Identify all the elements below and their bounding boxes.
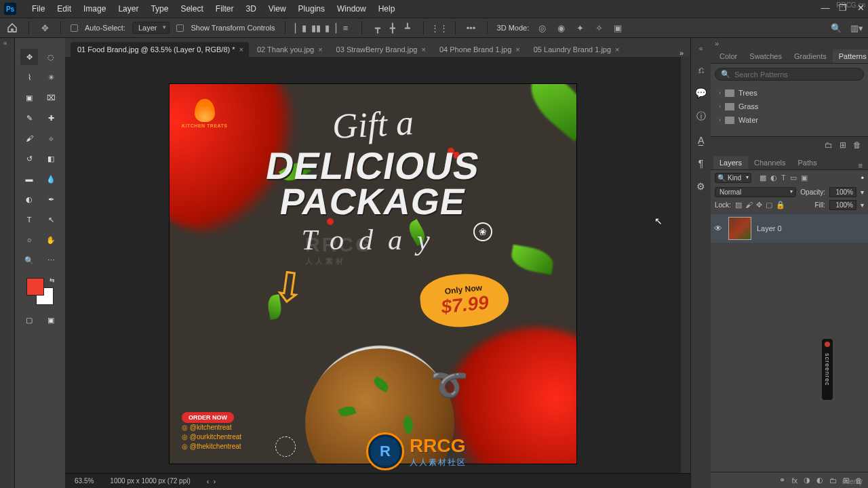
fill-field[interactable]: 100% [829,200,856,210]
screen-mode-tool[interactable]: ▣ [42,312,60,328]
menu-window[interactable]: Window [331,4,372,14]
layer-mask-icon[interactable]: ◑ [804,476,810,485]
pattern-search[interactable]: 🔍 [715,68,864,81]
app-logo[interactable]: Ps [4,3,16,15]
magic-wand-tool[interactable]: ✳ [42,69,60,85]
menu-type[interactable]: Type [144,4,174,14]
pen-tool[interactable]: ✒ [42,191,60,207]
brush-tool[interactable]: 🖌 [20,130,38,146]
window-maximize[interactable]: ❐ [838,3,848,12]
type-tool[interactable]: T [20,211,38,228]
filter-toggle-icon[interactable]: • [861,173,864,183]
align-right-icon[interactable]: ▮▕ [325,22,337,34]
opacity-field[interactable]: 100% [829,187,856,197]
menu-edit[interactable]: Edit [51,4,77,14]
slide-3d-icon[interactable]: ✧ [593,22,605,34]
lock-artboard-icon[interactable]: ▢ [766,201,772,209]
lasso-tool[interactable]: ⌇ [20,69,38,85]
tab-swatches[interactable]: Swatches [743,49,788,63]
doc-tab-4[interactable]: 04 Phone Brand 1.jpg× [433,42,526,57]
new-group-icon[interactable]: 🗀 [829,476,837,485]
menu-filter[interactable]: Filter [210,4,240,14]
align-top-icon[interactable]: ┳ [372,22,384,34]
edit-toolbar[interactable]: ⋯ [42,252,60,268]
dodge-tool[interactable]: ◐ [20,191,38,207]
pan-3d-icon[interactable]: ✦ [574,22,586,34]
menu-view[interactable]: View [262,4,292,14]
new-group-icon[interactable]: 🗀 [825,140,833,150]
pattern-search-input[interactable] [734,70,858,79]
move-tool-indicator-icon[interactable]: ✥ [39,22,51,34]
doc-tab-3[interactable]: 03 StrawBerry Brand.jpg× [330,42,431,57]
search-icon[interactable]: 🔍 [830,22,842,34]
layer-row-0[interactable]: 👁 Layer 0 [711,214,868,243]
vertical-scrollbar[interactable] [681,57,690,473]
swap-colors-icon[interactable]: ⇆ [50,277,55,283]
foreground-color[interactable] [26,278,44,296]
tab-patterns[interactable]: Patterns [833,49,868,63]
eraser-tool[interactable]: ◧ [42,150,60,167]
filter-shape-icon[interactable]: ▭ [790,174,797,182]
panel-menu-icon[interactable]: ≡ [853,161,868,169]
zoom-tool[interactable]: 🔍 [20,252,38,268]
tab-paths[interactable]: Paths [792,156,823,169]
align-hcenter-icon[interactable]: ▮▮ [310,22,322,34]
filter-adjust-icon[interactable]: ◐ [770,174,777,182]
distribute-v-icon[interactable]: ⋮⋮ [433,22,446,34]
menu-help[interactable]: Help [372,4,401,14]
lock-position-icon[interactable]: ✥ [756,201,762,209]
doc-tab-5[interactable]: 05 Laundry Brand 1.jpg× [527,42,625,57]
character-panel-icon[interactable]: A̲ [698,135,705,146]
shape-tool[interactable]: ○ [20,232,38,248]
lock-all-icon[interactable]: 🔒 [776,201,785,209]
expand-dock-icon[interactable]: « [3,39,7,47]
paragraph-panel-icon[interactable]: ¶ [698,158,704,169]
layer-visibility-icon[interactable]: 👁 [713,224,723,233]
document-canvas[interactable]: KITCHEN TREATS Gift a DELICIOUS PACKAGE … [170,84,576,464]
close-tab-icon[interactable]: × [421,45,425,54]
camera-3d-icon[interactable]: ▣ [612,22,624,34]
move-tool[interactable]: ✥ [20,49,38,65]
collapse-panels-icon[interactable]: » [711,38,868,47]
hand-tool[interactable]: ✋ [42,232,60,248]
crop-tool[interactable]: ▣ [20,89,38,106]
doc-tab-1[interactable]: 01 Food Brand.jpg @ 63.5% (Layer 0, RGB/… [71,42,249,57]
home-button[interactable] [5,21,19,35]
history-brush-tool[interactable]: ↺ [20,150,38,167]
status-prev-icon[interactable]: ‹ [207,477,210,485]
pattern-folder-grass[interactable]: ›Grass [717,100,861,113]
auto-select-checkbox[interactable] [71,24,78,32]
lock-pixels-icon[interactable]: 🖌 [745,201,753,209]
path-select-tool[interactable]: ↖ [42,211,60,228]
close-tab-icon[interactable]: × [515,45,519,54]
layer-filter-kind[interactable]: 🔍Kind [715,173,751,183]
close-tab-icon[interactable]: × [615,45,619,54]
tab-layers[interactable]: Layers [713,156,748,169]
align-vcenter-icon[interactable]: ╋ [387,22,399,34]
close-tab-icon[interactable]: × [318,45,322,54]
new-pattern-icon[interactable]: ⊞ [840,140,846,150]
zoom-value[interactable]: 63.5% [75,477,94,485]
tab-gradients[interactable]: Gradients [788,49,833,63]
info-panel-icon[interactable]: ⓘ [696,110,706,123]
filter-pixel-icon[interactable]: ▩ [760,174,766,182]
filter-type-icon[interactable]: T [781,174,786,182]
layer-thumbnail[interactable] [728,217,751,240]
status-next-icon[interactable]: › [213,477,216,485]
layer-style-icon[interactable]: fx [791,476,797,485]
delete-pattern-icon[interactable]: 🗑 [853,140,861,150]
menu-3d[interactable]: 3D [239,4,262,14]
link-layers-icon[interactable]: ⚭ [779,476,785,485]
tab-channels[interactable]: Channels [748,156,791,169]
marquee-tool[interactable]: ◌ [42,49,60,65]
eyedropper-tool[interactable]: ✎ [20,110,38,126]
adjustment-layer-icon[interactable]: ◐ [816,476,823,485]
orbit-3d-icon[interactable]: ◎ [536,22,548,34]
workspace-switcher-icon[interactable]: ▥▾ [850,22,863,34]
roll-3d-icon[interactable]: ◉ [555,22,567,34]
menu-select[interactable]: Select [174,4,209,14]
menu-layer[interactable]: Layer [112,4,144,14]
menu-image[interactable]: Image [77,4,112,14]
menu-plugins[interactable]: Plugins [292,4,331,14]
pattern-folder-trees[interactable]: ›Trees [717,86,861,100]
